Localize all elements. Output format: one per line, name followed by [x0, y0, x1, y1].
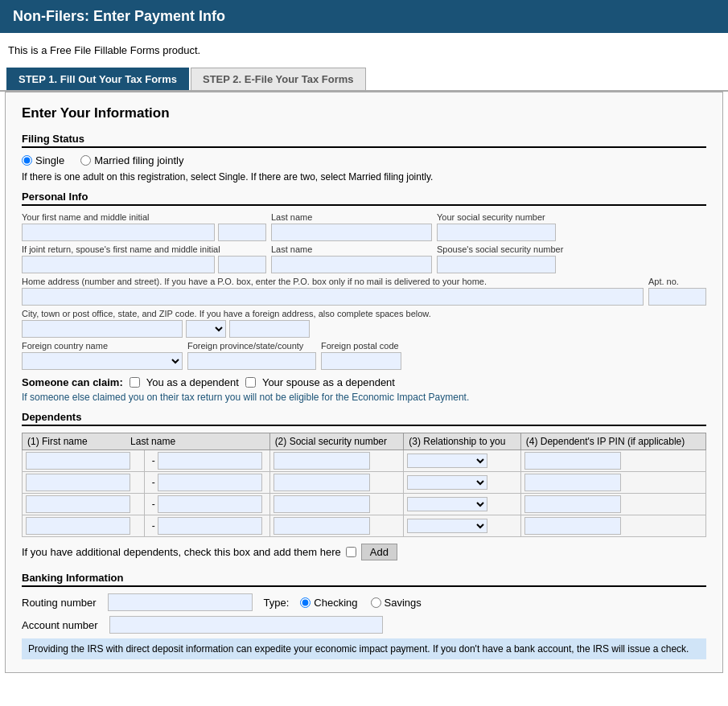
account-input[interactable] — [109, 616, 383, 634]
personal-info-section-title: Personal Info — [22, 191, 706, 206]
dep-first-input[interactable] — [26, 452, 130, 470]
dep-last-input[interactable] — [158, 474, 262, 491]
address-group: Home address (number and street). If you… — [22, 277, 644, 306]
joint-ssn-group: Spouse's social security number — [437, 244, 563, 273]
banking-section-title: Banking Information — [22, 572, 706, 587]
dep-pin-input[interactable] — [524, 452, 621, 470]
tab-step1[interactable]: STEP 1. Fill Out Your Tax Forms — [6, 68, 189, 90]
dep-first-input[interactable] — [26, 474, 130, 491]
savings-option[interactable]: Savings — [371, 597, 422, 609]
dep-rel-select[interactable] — [407, 475, 487, 490]
dep-first-cell — [23, 515, 145, 537]
joint-first-group: If joint return, spouse's first name and… — [22, 244, 266, 273]
dep-pin-input[interactable] — [524, 517, 621, 535]
foreign-country-select[interactable] — [22, 352, 183, 370]
city-state-zip-group: City, town or post office, state, and ZI… — [22, 309, 706, 338]
personal-row-1: Your first name and middle initial Last … — [22, 212, 706, 241]
personal-row-2: If joint return, spouse's first name and… — [22, 244, 706, 273]
ssn-input[interactable] — [437, 224, 556, 241]
dep-pin-cell — [520, 515, 705, 537]
filing-status-section-title: Filing Status — [22, 133, 706, 148]
apt-group: Apt. no. — [648, 277, 706, 306]
dep-rel-select[interactable] — [407, 519, 487, 533]
city-label: City, town or post office, state, and ZI… — [22, 309, 706, 318]
claim-note: If someone else claimed you on their tax… — [22, 392, 706, 403]
dep-rel-cell — [404, 472, 521, 494]
dep-first-input[interactable] — [26, 517, 130, 535]
filing-status-row: Single Married filing jointly — [22, 154, 706, 166]
routing-input[interactable] — [108, 593, 253, 611]
dependents-section-title: Dependents — [22, 411, 706, 426]
dep-last-input[interactable] — [158, 452, 262, 470]
you-dependent-checkbox[interactable] — [130, 377, 140, 388]
dep-rel-select[interactable] — [407, 454, 487, 468]
add-dependents-checkbox[interactable] — [346, 547, 356, 557]
dep-ssn-input[interactable] — [274, 517, 370, 535]
tab-step2[interactable]: STEP 2. E-File Your Tax Forms — [191, 68, 366, 90]
form-container: Enter Your Information Filing Status Sin… — [5, 92, 723, 673]
checking-radio[interactable] — [300, 597, 311, 608]
apt-input[interactable] — [648, 288, 706, 306]
banking-type-group: Checking Savings — [300, 597, 421, 609]
foreign-postal-input[interactable] — [321, 352, 401, 370]
dep-ssn-input[interactable] — [274, 474, 370, 491]
dep-pin-input[interactable] — [524, 495, 621, 513]
single-option[interactable]: Single — [22, 154, 64, 166]
dep-last-input[interactable] — [158, 517, 262, 535]
apt-label: Apt. no. — [648, 277, 706, 286]
joint-last-input[interactable] — [271, 256, 432, 273]
last-name-input[interactable] — [271, 224, 432, 241]
dep-rel-cell — [404, 515, 521, 537]
married-radio[interactable] — [80, 155, 91, 166]
banking-section: Banking Information Routing number Type:… — [22, 572, 706, 659]
zip-input[interactable] — [229, 320, 310, 338]
tabs-container: STEP 1. Fill Out Your Tax Forms STEP 2. … — [0, 68, 728, 92]
joint-ssn-input[interactable] — [437, 256, 556, 273]
spouse-dependent-checkbox[interactable] — [245, 377, 256, 388]
dep-first-cell — [23, 450, 145, 472]
joint-first-input[interactable] — [22, 256, 215, 273]
first-name-group: Your first name and middle initial — [22, 212, 266, 241]
married-option[interactable]: Married filing jointly — [80, 154, 183, 166]
dep-first-cell — [23, 472, 145, 494]
foreign-country-label: Foreign country name — [22, 341, 183, 351]
dep-ssn-cell — [269, 515, 404, 537]
dep-dash-cell: - — [144, 472, 269, 494]
dep-dash-cell: - — [144, 515, 269, 537]
middle-initial-input[interactable] — [218, 224, 266, 241]
dep-pin-cell — [520, 472, 705, 494]
routing-label: Routing number — [22, 597, 97, 609]
dep-first-cell — [23, 494, 145, 515]
first-name-input[interactable] — [22, 224, 215, 241]
checking-option[interactable]: Checking — [300, 597, 357, 609]
foreign-province-input[interactable] — [187, 352, 316, 370]
city-input[interactable] — [22, 320, 183, 338]
foreign-postal-label: Foreign postal code — [321, 341, 401, 351]
state-select[interactable] — [186, 320, 226, 338]
dep-ssn-input[interactable] — [274, 452, 370, 470]
foreign-postal-group: Foreign postal code — [321, 341, 401, 370]
savings-radio[interactable] — [371, 597, 381, 608]
dep-pin-input[interactable] — [524, 474, 621, 491]
dep-col-ssn: (2) Social security number — [269, 433, 404, 450]
table-row: - — [23, 494, 706, 515]
someone-claim-label: Someone can claim: — [22, 376, 123, 388]
address-input[interactable] — [22, 288, 644, 306]
address-row: Home address (number and street). If you… — [22, 277, 706, 306]
add-dependents-note: If you have additional dependents, check… — [22, 546, 341, 558]
single-radio[interactable] — [22, 155, 32, 166]
dep-rel-select[interactable] — [407, 497, 487, 511]
city-row: City, town or post office, state, and ZI… — [22, 309, 706, 338]
joint-ssn-label: Spouse's social security number — [437, 244, 563, 254]
banking-note: Providing the IRS with direct deposit in… — [22, 638, 706, 659]
dep-ssn-cell — [269, 472, 404, 494]
dep-first-input[interactable] — [26, 495, 130, 513]
page-title: Non-Filers: Enter Payment Info — [13, 8, 225, 24]
add-button[interactable]: Add — [361, 544, 397, 560]
dep-last-input[interactable] — [158, 495, 262, 513]
dep-ssn-input[interactable] — [274, 495, 370, 513]
add-dependents-row: If you have additional dependents, check… — [22, 544, 706, 560]
form-title: Enter Your Information — [22, 105, 706, 121]
page-header: Non-Filers: Enter Payment Info — [0, 0, 728, 33]
joint-middle-input[interactable] — [218, 256, 266, 273]
